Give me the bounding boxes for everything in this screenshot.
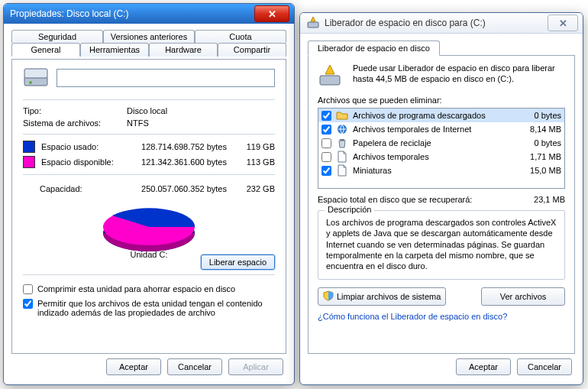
type-value: Disco local [127,106,167,115]
svg-rect-1 [24,69,47,78]
total-label: Espacio total en disco que se recuperará… [318,195,534,204]
free-swatch [23,156,35,168]
tab-herramientas[interactable]: Herramientas [80,43,149,57]
tab-versiones[interactable]: Versiones anteriores [103,30,195,43]
disk-pie-chart [95,199,202,254]
properties-tabs: Seguridad Versiones anteriores Cuota Gen… [11,30,286,57]
list-item-checkbox[interactable] [321,152,331,162]
disk-cleanup-icon [318,63,342,88]
list-item-name: Papelera de reciclaje [353,138,511,147]
list-item-checkbox[interactable] [321,125,331,135]
type-label: Tipo: [23,106,122,115]
properties-title: Propiedades: Disco local (C:) [10,8,254,19]
cleanup-title: Liberador de espacio en disco para (C:) [325,18,548,28]
list-item[interactable]: Archivos temporales1,71 MB [318,150,564,164]
svg-point-2 [29,81,32,84]
ok-button[interactable]: Aceptar [456,358,511,375]
free-bytes: 121.342.361.600 bytes [120,157,227,167]
tab-cuota[interactable]: Cuota [195,30,286,43]
tab-seguridad[interactable]: Seguridad [11,30,103,43]
file-icon [336,164,348,177]
file-icon [336,151,348,163]
used-bytes: 128.714.698.752 bytes [120,142,227,151]
properties-titlebar[interactable]: Propiedades: Disco local (C:) ✕ [4,4,294,24]
list-item-checkbox[interactable] [321,166,331,176]
list-item-name: Miniaturas [353,166,511,175]
used-label: Espacio usado: [41,142,114,151]
total-value: 23,1 MB [534,195,565,204]
description-legend: Descripción [325,205,374,214]
list-item[interactable]: Archivos temporales de Internet8,14 MB [318,122,564,136]
list-item-name: Archivos temporales [353,152,511,161]
capacity-bytes: 250.057.060.352 bytes [120,184,227,193]
cancel-button[interactable]: Cancelar [517,358,572,375]
list-item[interactable]: Miniaturas15,0 MB [318,164,564,177]
list-item-checkbox[interactable] [321,111,331,121]
list-item[interactable]: Papelera de reciclaje0 bytes [318,136,564,150]
list-item-checkbox[interactable] [321,138,331,148]
tab-hardware[interactable]: Hardware [149,43,218,57]
free-size: 113 GB [233,157,275,167]
description-group: Descripción Los archivos de programa des… [318,210,565,280]
capacity-size: 232 GB [233,184,275,193]
list-item-name: Archivos temporales de Internet [353,125,511,134]
list-item-size: 0 bytes [515,138,561,147]
tab-liberador[interactable]: Liberador de espacio en disco [308,41,440,56]
tab-compartir[interactable]: Compartir [218,43,286,57]
svg-rect-7 [308,22,318,28]
cleanup-intro: Puede usar Liberador de espacio en disco… [353,63,565,88]
clean-system-files-button[interactable]: Limpiar archivos de sistema [318,287,446,306]
folder-icon [336,109,348,122]
index-label[interactable]: Permitir que los archivos de esta unidad… [37,299,275,317]
cleanup-window: Liberador de espacio en disco para (C:) … [299,12,583,385]
svg-rect-8 [320,76,340,85]
close-icon[interactable]: ✕ [548,15,578,31]
capacity-label: Capacidad: [23,184,114,193]
view-files-button[interactable]: Ver archivos [481,287,565,306]
drive-name-input[interactable] [57,69,275,87]
properties-window: Propiedades: Disco local (C:) ✕ Segurida… [3,3,295,385]
list-item[interactable]: Archivos de programa descargados0 bytes [318,109,564,122]
files-list-label: Archivos que se pueden eliminar: [318,96,565,105]
tab-general[interactable]: General [11,43,80,57]
cancel-button[interactable]: Cancelar [167,358,222,375]
description-text: Los archivos de programa descargados son… [326,217,557,271]
close-icon[interactable]: ✕ [254,5,289,22]
list-item-size: 15,0 MB [515,166,561,175]
list-item-size: 8,14 MB [515,125,561,134]
fs-label: Sistema de archivos: [23,118,122,128]
ie-icon [336,123,348,135]
liberar-espacio-button[interactable]: Liberar espacio [201,254,275,270]
apply-button[interactable]: Aplicar [228,358,283,375]
used-size: 119 GB [233,142,275,151]
free-label: Espacio disponible: [41,157,114,167]
properties-tabbody: Tipo: Disco local Sistema de archivos: N… [11,59,286,354]
used-swatch [23,141,35,153]
index-checkbox[interactable] [23,299,33,309]
list-item-size: 1,71 MB [515,152,561,161]
cleanup-titlebar[interactable]: Liberador de espacio en disco para (C:) … [300,13,583,34]
drive-icon [23,67,49,89]
list-item-size: 0 bytes [515,111,561,120]
svg-rect-10 [340,139,344,141]
help-link[interactable]: ¿Cómo funciona el Liberador de espacio e… [318,312,565,321]
recycle-icon [336,137,348,149]
compress-checkbox[interactable] [23,284,33,294]
files-list[interactable]: Archivos de programa descargados0 bytesA… [318,108,565,189]
compress-label[interactable]: Comprimir esta unidad para ahorrar espac… [37,284,235,293]
disk-cleanup-icon [306,16,320,30]
shield-icon [323,290,334,303]
ok-button[interactable]: Aceptar [106,358,161,375]
list-item-name: Archivos de programa descargados [353,111,511,120]
fs-value: NTFS [127,118,149,128]
clean-system-files-label: Limpiar archivos de sistema [337,292,441,301]
